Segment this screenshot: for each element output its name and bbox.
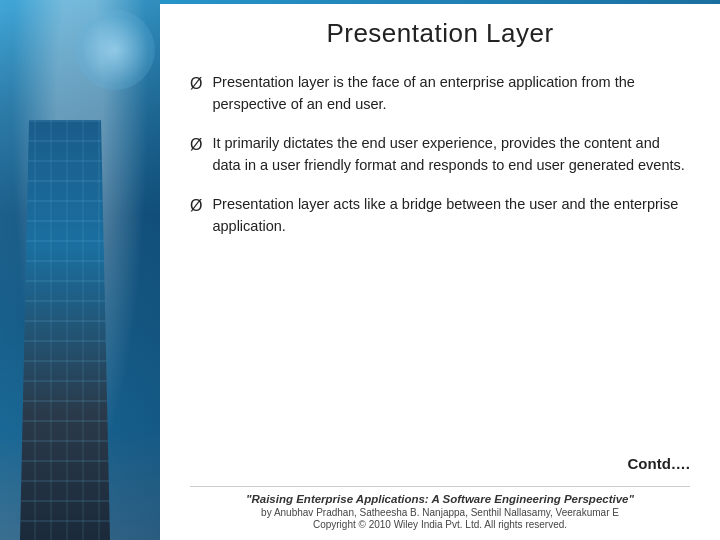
footer-authors: by Anubhav Pradhan, Satheesha B. Nanjapp… xyxy=(190,507,690,518)
slide-container: Presentation Layer Ø Presentation layer … xyxy=(0,0,720,540)
bullet-symbol-2: Ø xyxy=(190,133,202,158)
bullet-text-1: Presentation layer is the face of an ent… xyxy=(212,71,690,116)
bullet-list: Ø Presentation layer is the face of an e… xyxy=(190,71,690,445)
bullet-item-3: Ø Presentation layer acts like a bridge … xyxy=(190,193,690,238)
building-graphic xyxy=(20,120,110,540)
footer: "Raising Enterprise Applications: A Soft… xyxy=(190,486,690,530)
contd-label: Contd…. xyxy=(190,455,690,472)
bullet-symbol-3: Ø xyxy=(190,194,202,219)
bullet-text-2: It primarily dictates the end user exper… xyxy=(212,132,690,177)
left-image-panel xyxy=(0,0,160,540)
bullet-symbol-1: Ø xyxy=(190,72,202,97)
bullet-text-3: Presentation layer acts like a bridge be… xyxy=(212,193,690,238)
bullet-item-1: Ø Presentation layer is the face of an e… xyxy=(190,71,690,116)
footer-copyright: Copyright © 2010 Wiley India Pvt. Ltd. A… xyxy=(190,519,690,530)
sky-decoration xyxy=(75,10,155,90)
footer-book-title: "Raising Enterprise Applications: A Soft… xyxy=(190,493,690,505)
bullet-item-2: Ø It primarily dictates the end user exp… xyxy=(190,132,690,177)
slide-title: Presentation Layer xyxy=(190,18,690,49)
content-panel: Presentation Layer Ø Presentation layer … xyxy=(160,0,720,540)
